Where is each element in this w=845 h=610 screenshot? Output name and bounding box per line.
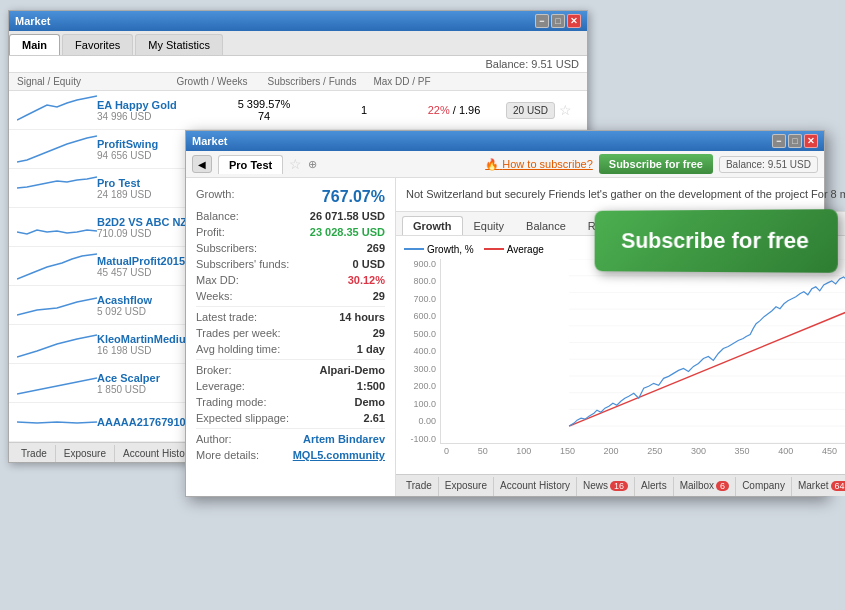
growth-value: 5 399.57% [209, 98, 319, 110]
subscribe-button[interactable]: 20 USD [506, 102, 555, 119]
front-bottom-tab-mailbox[interactable]: Mailbox6 [674, 477, 736, 496]
broker-value: Alpari-Demo [320, 364, 385, 376]
slippage-label: Expected slippage: [196, 412, 289, 424]
maximize-button[interactable]: □ [788, 134, 802, 148]
front-bottom-tab-exposure[interactable]: Exposure [439, 477, 494, 496]
back-balance: Balance: 9.51 USD [485, 58, 579, 70]
tab-main[interactable]: Main [9, 34, 60, 55]
stat-row-balance: Balance: 26 071.58 USD [196, 210, 385, 222]
close-button[interactable]: ✕ [804, 134, 818, 148]
trades-per-week-label: Trades per week: [196, 327, 281, 339]
x-label: 250 [647, 446, 662, 456]
y-axis: 900.0 800.0 700.0 600.0 500.0 400.0 300.… [404, 259, 440, 444]
sparkline-chart [17, 251, 97, 281]
max-dd-value: 22% [428, 104, 450, 116]
more-details-link[interactable]: MQL5.community [293, 449, 385, 461]
tab-favorites[interactable]: Favorites [62, 34, 133, 55]
back-navigation-button[interactable]: ◀ [192, 155, 212, 173]
sparkline-chart [17, 290, 97, 320]
signal-url: ⊕ [308, 158, 317, 171]
action-bar: ◀ Pro Test ☆ ⊕ 🔥 How to subscribe? Subsc… [186, 151, 824, 178]
chart-tab-growth[interactable]: Growth [402, 216, 463, 235]
back-window-title: Market [15, 15, 50, 27]
front-window-controls: − □ ✕ [772, 134, 818, 148]
more-details-label: More details: [196, 449, 259, 461]
broker-label: Broker: [196, 364, 231, 376]
stat-row-avg-holding: Avg holding time: 1 day [196, 343, 385, 355]
weeks-label: Weeks: [196, 290, 232, 302]
sparkline-chart [17, 173, 97, 203]
close-button[interactable]: ✕ [567, 14, 581, 28]
sub-funds-label: Subscribers' funds: [196, 258, 289, 270]
x-label: 400 [778, 446, 793, 456]
front-bottom-tab-account-history[interactable]: Account History [494, 477, 577, 496]
front-window-title-bar: Market − □ ✕ [186, 131, 824, 151]
stat-row-weeks: Weeks: 29 [196, 290, 385, 302]
legend-growth: Growth, % [404, 244, 474, 255]
sub-funds-value: 0 USD [353, 258, 385, 270]
front-bottom-tab-company[interactable]: Company [736, 477, 792, 496]
maximize-button[interactable]: □ [551, 14, 565, 28]
sparkline-chart [17, 329, 97, 359]
subscribe-free-button[interactable]: Subscribe for free [599, 154, 713, 174]
x-label: 450 [822, 446, 837, 456]
signal-growth: 5 399.57% 74 [209, 98, 319, 122]
table-row[interactable]: EA Happy Gold 34 996 USD 5 399.57% 74 1 … [9, 91, 587, 130]
front-window: Market − □ ✕ ◀ Pro Test ☆ ⊕ 🔥 How to sub… [185, 130, 825, 497]
front-balance-display: Balance: 9.51 USD [719, 156, 818, 173]
signal-name[interactable]: EA Happy Gold [97, 99, 209, 111]
subscribe-link-label: How to subscribe? [502, 158, 593, 170]
legend-average-line [484, 248, 504, 250]
stat-row-profit: Profit: 23 028.35 USD [196, 226, 385, 238]
legend-growth-line [404, 248, 424, 250]
sparkline-chart [17, 134, 97, 164]
tab-bar: Main Favorites My Statistics [9, 31, 587, 56]
chart-tab-balance[interactable]: Balance [515, 216, 577, 235]
y-label: 300.0 [404, 364, 436, 374]
y-label: 0.00 [404, 416, 436, 426]
front-bottom-tab-alerts[interactable]: Alerts [635, 477, 674, 496]
bottom-tab-exposure[interactable]: Exposure [56, 445, 115, 462]
stat-row-trades-per-week: Trades per week: 29 [196, 327, 385, 339]
sparkline-chart [17, 95, 97, 125]
balance-label: Balance: [196, 210, 239, 222]
minimize-button[interactable]: − [535, 14, 549, 28]
signal-maxdd: 22% / 1.96 [409, 104, 499, 116]
star-icon[interactable]: ☆ [559, 102, 572, 118]
max-dd-value: 30.12% [348, 274, 385, 286]
y-label: 200.0 [404, 381, 436, 391]
stat-row-sub-funds: Subscribers' funds: 0 USD [196, 258, 385, 270]
y-label: 600.0 [404, 311, 436, 321]
minimize-button[interactable]: − [772, 134, 786, 148]
star-icon[interactable]: ☆ [289, 156, 302, 172]
signal-price: 34 996 USD [97, 111, 209, 122]
bottom-tab-trade[interactable]: Trade [13, 445, 56, 462]
svg-line-12 [569, 278, 845, 425]
subscribe-overlay-button[interactable]: Subscribe for free [594, 209, 838, 273]
how-to-subscribe-link[interactable]: 🔥 How to subscribe? [485, 158, 593, 171]
stat-row-slippage: Expected slippage: 2.61 [196, 412, 385, 424]
chart-container: 900.0 800.0 700.0 600.0 500.0 400.0 300.… [404, 259, 845, 444]
x-label: 0 [444, 446, 449, 456]
front-window-title: Market [192, 135, 227, 147]
stat-row-author: Author: Artem Bindarev [196, 433, 385, 445]
author-value[interactable]: Artem Bindarev [303, 433, 385, 445]
y-label: 800.0 [404, 276, 436, 286]
x-axis-label: Trades [404, 456, 845, 466]
legend-growth-label: Growth, % [427, 244, 474, 255]
chart-tab-equity[interactable]: Equity [463, 216, 516, 235]
front-bottom-tab-market[interactable]: Market64 [792, 477, 845, 496]
stat-row-broker: Broker: Alpari-Demo [196, 364, 385, 376]
front-bottom-tab-news[interactable]: News16 [577, 477, 635, 496]
profit-value: 23 028.35 USD [310, 226, 385, 238]
mailbox-badge: 6 [716, 481, 729, 491]
profit-label: Profit: [196, 226, 225, 238]
front-bottom-tab-trade[interactable]: Trade [400, 477, 439, 496]
signal-action: 20 USD ☆ [499, 102, 579, 119]
y-label: 100.0 [404, 399, 436, 409]
y-label: 700.0 [404, 294, 436, 304]
growth-value: 767.07% [322, 188, 385, 206]
trading-mode-label: Trading mode: [196, 396, 267, 408]
sparkline-chart [17, 212, 97, 242]
tab-my-statistics[interactable]: My Statistics [135, 34, 223, 55]
